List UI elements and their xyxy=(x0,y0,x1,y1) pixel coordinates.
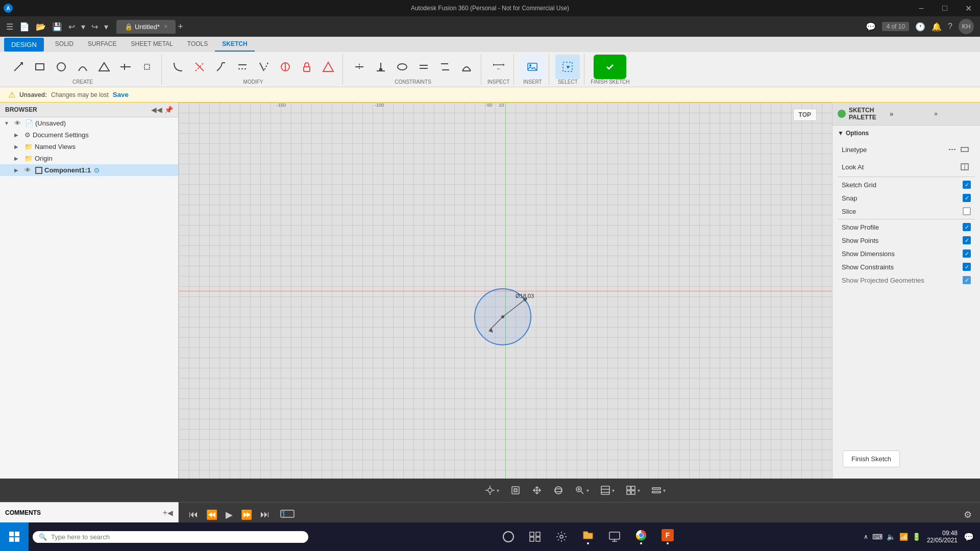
dimension-tool[interactable]: ⊷ xyxy=(488,57,509,77)
taskbar-fusion[interactable]: F xyxy=(655,522,680,551)
collaboration-button[interactable]: 💬 xyxy=(866,22,876,32)
parallel-constraint[interactable] xyxy=(435,57,455,77)
prev-button[interactable]: ⏪ xyxy=(204,507,219,522)
browser-pin-button[interactable]: 📌 xyxy=(164,106,173,114)
lookat-icon[interactable] xyxy=(959,161,971,173)
palette-row-showpoints[interactable]: Show Points ✓ xyxy=(838,234,975,247)
ribbon-tab-tools[interactable]: TOOLS xyxy=(180,37,215,52)
palette-row-sketchgrid[interactable]: Sketch Grid ✓ xyxy=(838,178,975,191)
extend-tool[interactable] xyxy=(211,57,231,77)
insert-image-tool[interactable] xyxy=(520,55,545,79)
trim-tool[interactable] xyxy=(189,57,210,77)
taskbar-cortana[interactable] xyxy=(496,522,521,551)
maximize-button[interactable]: □ xyxy=(933,0,957,16)
lock-tool[interactable] xyxy=(297,57,317,77)
ellipse-constraint[interactable] xyxy=(392,57,412,77)
zoom-button[interactable]: ▾ xyxy=(571,482,593,498)
snap-checkbox[interactable]: ✓ xyxy=(963,194,971,202)
tree-item-namedviews[interactable]: ▶ 📁 Named Views xyxy=(0,141,178,153)
pattern-tool[interactable] xyxy=(275,57,296,77)
orbit-button[interactable] xyxy=(549,482,568,498)
arc-tool[interactable] xyxy=(72,57,93,77)
active-tab[interactable]: 🔒 Untitled* × xyxy=(116,20,176,34)
redo-arrow-button[interactable]: ▾ xyxy=(102,20,110,34)
tree-item-docsettings[interactable]: ▶ ⚙ Document Settings xyxy=(0,129,178,141)
visibility-icon[interactable]: 👁 xyxy=(24,166,31,174)
circle-tool[interactable] xyxy=(51,57,71,77)
taskbar-chrome[interactable] xyxy=(629,522,653,551)
finish-sketch-button[interactable]: Finish Sketch xyxy=(843,450,900,467)
ribbon-tab-solid[interactable]: SOLID xyxy=(48,37,81,52)
prev-start-button[interactable]: ⏮ xyxy=(187,507,200,522)
line-tool[interactable] xyxy=(8,57,29,77)
open-button[interactable]: 📂 xyxy=(34,20,48,34)
showconstraints-checkbox[interactable]: ✓ xyxy=(963,263,971,271)
showprojected-checkbox[interactable]: ✓ xyxy=(963,276,971,284)
grid-view-button[interactable]: ▾ xyxy=(622,482,644,498)
next-end-button[interactable]: ⏭ xyxy=(258,507,272,522)
redo-button[interactable]: ↪ xyxy=(89,20,100,34)
tab-close-button[interactable]: × xyxy=(164,23,167,30)
offset-tool[interactable] xyxy=(232,57,253,77)
taskbar-explorer[interactable] xyxy=(576,522,600,551)
new-file-button[interactable]: 📄 xyxy=(17,20,32,34)
finish-sketch-ribbon-button[interactable] xyxy=(594,55,626,79)
browser-collapse-button[interactable]: ◀◀ xyxy=(151,106,162,114)
equal-constraint[interactable] xyxy=(413,57,434,77)
taskbar-taskview[interactable] xyxy=(523,522,547,551)
showprofile-checkbox[interactable]: ✓ xyxy=(963,223,971,231)
hline-tool[interactable] xyxy=(115,57,136,77)
new-tab-button[interactable]: + xyxy=(178,21,183,32)
user-avatar[interactable]: KH xyxy=(959,19,974,34)
palette-row-snap[interactable]: Snap ✓ xyxy=(838,191,975,205)
taskbar-clock[interactable]: 09:48 22/05/2021 xyxy=(927,530,958,544)
close-button[interactable]: ✕ xyxy=(957,0,980,16)
slice-checkbox[interactable] xyxy=(963,207,971,215)
network-icon[interactable]: 📶 xyxy=(899,533,908,541)
display-button[interactable]: ▾ xyxy=(596,482,619,498)
save-button[interactable]: 💾 xyxy=(50,20,64,34)
tree-item-origin[interactable]: ▶ 📁 Origin xyxy=(0,153,178,164)
palette-chevron-button[interactable]: » xyxy=(934,110,975,117)
taskbar-search[interactable]: 🔍 xyxy=(33,531,308,543)
undo-button[interactable]: ↩ xyxy=(66,20,77,34)
start-button[interactable] xyxy=(0,522,29,551)
playback-settings-button[interactable]: ⚙ xyxy=(964,509,972,520)
tree-item-component[interactable]: ▶ 👁 Component1:1 ⊙ xyxy=(0,164,178,176)
taskbar-compat[interactable] xyxy=(602,522,627,551)
perpendicular-constraint[interactable] xyxy=(371,57,391,77)
search-input[interactable] xyxy=(51,533,302,541)
caret-up-icon[interactable]: ∧ xyxy=(864,533,868,540)
canvas[interactable]: -150 -100 -50 10 xyxy=(179,103,832,479)
palette-expand-button[interactable]: » xyxy=(890,110,930,118)
showpoints-checkbox[interactable]: ✓ xyxy=(963,236,971,244)
mirror-tool[interactable] xyxy=(254,57,274,77)
origin-button[interactable]: ▾ xyxy=(481,482,503,498)
save-link-button[interactable]: Save xyxy=(113,91,129,98)
point-tool[interactable] xyxy=(137,57,157,77)
notification-bell-icon[interactable]: 💬 xyxy=(964,532,974,542)
showdimensions-checkbox[interactable]: ✓ xyxy=(963,249,971,258)
volume-icon[interactable]: 🔈 xyxy=(887,533,895,541)
add-comment-button[interactable]: + xyxy=(163,508,167,517)
settings-view-button[interactable]: ▾ xyxy=(647,482,670,498)
timer-button[interactable]: 🕐 xyxy=(915,22,925,32)
design-button[interactable]: DESIGN xyxy=(4,38,44,52)
visibility-icon[interactable]: 👁 xyxy=(14,119,21,127)
help-button[interactable]: ? xyxy=(948,22,952,31)
next-button[interactable]: ⏩ xyxy=(239,507,254,522)
palette-row-showprojected[interactable]: Show Projected Geometries ✓ xyxy=(838,273,975,287)
collapse-comments-button[interactable]: ◀ xyxy=(167,509,173,517)
linetype-icon2[interactable] xyxy=(959,143,971,156)
minimize-button[interactable]: – xyxy=(910,0,933,16)
sketchgrid-checkbox[interactable]: ✓ xyxy=(963,181,971,189)
rectangle-tool[interactable] xyxy=(30,57,50,77)
fillet-tool[interactable] xyxy=(168,57,188,77)
ribbon-tab-sheetmetal[interactable]: SHEET METAL xyxy=(124,37,180,52)
play-button[interactable]: ▶ xyxy=(224,507,235,522)
palette-row-showdimensions[interactable]: Show Dimensions ✓ xyxy=(838,247,975,260)
tangent-constraint[interactable] xyxy=(456,57,477,77)
undo-arrow-button[interactable]: ▾ xyxy=(79,20,87,34)
palette-row-showconstraints[interactable]: Show Constraints ✓ xyxy=(838,260,975,273)
pan-button[interactable] xyxy=(528,482,546,498)
